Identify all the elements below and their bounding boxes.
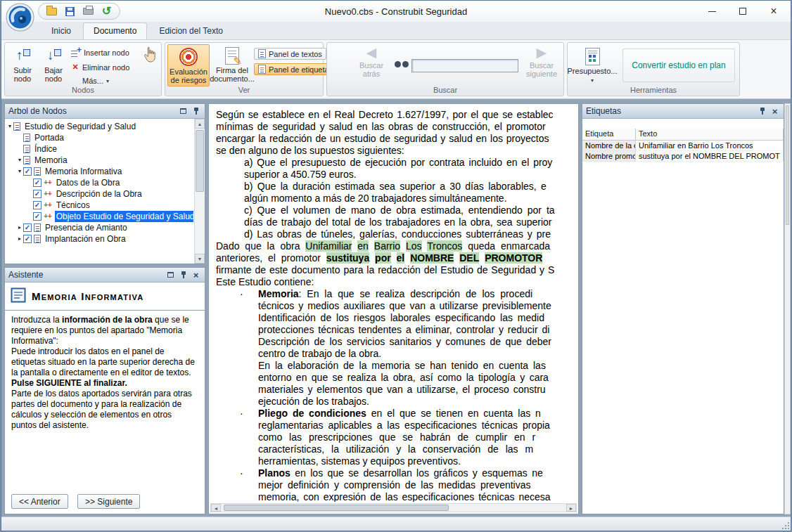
highlighted-field[interactable]: Troncos — [427, 240, 462, 252]
tree-node[interactable]: ▸✓Implantación en Obra — [5, 233, 193, 245]
binoculars-icon — [395, 60, 409, 70]
document-line: Dado que la obra Unifamiliar en Barrio L… — [216, 240, 577, 252]
tree-node[interactable]: ✓++Descripción de la Obra — [5, 188, 193, 200]
insertar-nodo-button[interactable]: Insertar nodo — [71, 48, 129, 57]
subnode-icon: ++ — [44, 212, 52, 221]
siguiente-button[interactable]: >> Siguiente — [77, 494, 140, 509]
bajar-nodo-button[interactable]: Bajar nodo — [39, 45, 68, 86]
app-logo-icon[interactable] — [6, 3, 34, 32]
collapse-icon[interactable] — [178, 106, 189, 117]
pin-icon[interactable] — [178, 270, 189, 280]
column-header-etiqueta[interactable]: Etiqueta — [582, 129, 636, 140]
tree-node[interactable]: ▾✓Memoria Informativa — [5, 166, 193, 177]
evaluacion-de-riesgos-button[interactable]: Evaluación de riesgos — [167, 44, 210, 86]
panel-textos-label: Panel de textos — [269, 50, 322, 58]
tree-node[interactable]: ▾Estudio de Seguridad y Salud — [5, 121, 193, 132]
highlighted-field[interactable]: Barrio — [374, 240, 400, 252]
buscar-atras-button[interactable]: Buscar atrás — [354, 46, 389, 88]
tree-node[interactable]: ✓++Datos de la Obra — [5, 177, 193, 188]
tree-node-label: Índice — [33, 143, 58, 155]
tree-node[interactable]: Portada — [5, 132, 193, 143]
tree-node[interactable]: ✓++Objeto Estudio de Seguridad y Salud — [5, 211, 193, 222]
firma-del-documento-button[interactable]: Firma del documento... — [212, 44, 253, 86]
etiqueta-row[interactable]: Nombre de la obraUnifamiliar en Barrio L… — [582, 141, 784, 151]
node-checkbox[interactable]: ✓ — [33, 179, 41, 187]
etiqueta-name-cell[interactable]: Nombre promotor — [582, 151, 636, 162]
more-tools-hand-icon[interactable] — [143, 46, 158, 67]
subir-nodo-button[interactable]: Subir nodo — [8, 45, 37, 86]
document-line: centro de trabajo de la obra. — [216, 348, 577, 360]
panel-de-textos-button[interactable]: Panel de textos — [254, 48, 326, 60]
tree-node[interactable]: Índice — [5, 143, 193, 155]
editor-horizontal-scrollbar[interactable]: ◄ ► — [210, 503, 577, 512]
etiqueta-name-cell[interactable]: Nombre de la obra — [582, 141, 636, 151]
etiquetas-table-header: Etiqueta Texto — [582, 129, 784, 141]
buscar-siguiente-button[interactable]: Buscar siguiente — [523, 46, 561, 88]
eliminar-nodo-button[interactable]: Eliminar nodo — [71, 63, 129, 72]
tree-node[interactable]: ▾Memoria — [5, 155, 193, 166]
pin-icon[interactable] — [757, 106, 767, 117]
expander-icon[interactable]: ▾ — [6, 121, 13, 132]
node-checkbox[interactable]: ✓ — [33, 201, 41, 209]
convertir-estudio-en-plan-button[interactable]: Convertir estudio en plan — [622, 48, 735, 82]
node-checkbox[interactable]: ✓ — [23, 223, 32, 232]
tab-documento[interactable]: Documento — [83, 22, 147, 39]
scroll-thumb[interactable] — [196, 130, 204, 192]
close-icon[interactable]: × — [191, 270, 201, 280]
highlighted-field[interactable]: por — [375, 252, 391, 264]
tree-scrollbar[interactable]: ▲ ▼ — [194, 119, 205, 264]
etiqueta-text-cell[interactable]: Unifamiliar en Barrio Los Troncos — [636, 141, 784, 151]
highlighted-field[interactable]: DEL — [459, 252, 479, 264]
document-line: mejor definición y comprensión de las me… — [216, 479, 577, 491]
highlighted-field[interactable]: Unifamiliar — [305, 240, 352, 252]
anterior-button[interactable]: << Anterior — [11, 494, 68, 509]
evaluacion-icon — [179, 48, 198, 66]
window-vertical-scrollbar[interactable] — [784, 103, 791, 514]
scroll-right-icon[interactable]: ► — [566, 504, 576, 512]
highlighted-field[interactable]: NOMBRE — [410, 252, 454, 264]
mas-button[interactable]: Más... ▾ — [71, 77, 109, 85]
scroll-left-icon[interactable]: ◄ — [211, 504, 221, 512]
maximize-button[interactable] — [727, 1, 758, 22]
scroll-thumb[interactable] — [224, 505, 449, 511]
minimize-button[interactable] — [696, 1, 727, 22]
tree-node[interactable]: ✓++Técnicos — [5, 200, 193, 211]
expander-icon[interactable]: ▸ — [16, 233, 23, 245]
tree-node-label: Memoria Informativa — [44, 166, 123, 177]
panel-etiquetas-icon — [258, 65, 266, 74]
collapse-icon[interactable] — [165, 270, 176, 280]
pin-icon[interactable] — [191, 106, 201, 117]
highlighted-field[interactable]: sustituya — [326, 252, 369, 264]
close-icon[interactable]: × — [769, 106, 780, 117]
mas-label: Más... — [82, 77, 103, 85]
expander-icon[interactable]: ▾ — [16, 166, 23, 177]
highlighted-field[interactable]: PROMOTOR — [485, 252, 542, 264]
etiqueta-text-cell[interactable]: sustituya por el NOMBRE DEL PROMOT — [636, 151, 784, 162]
column-header-texto[interactable]: Texto — [636, 129, 784, 140]
node-checkbox[interactable]: ✓ — [23, 235, 32, 243]
highlighted-field[interactable]: en — [357, 240, 369, 252]
close-button[interactable]: × — [758, 1, 789, 22]
chevron-down-icon: ▾ — [591, 77, 594, 85]
presupuesto-button[interactable]: Presupuesto... ▾ — [572, 45, 613, 86]
expander-icon[interactable]: ▸ — [16, 222, 23, 233]
node-checkbox[interactable]: ✓ — [33, 190, 41, 198]
highlighted-field[interactable]: el — [397, 252, 405, 264]
node-checkbox[interactable]: ✓ — [33, 212, 41, 221]
scroll-down-icon[interactable]: ▼ — [195, 254, 205, 264]
highlighted-field[interactable]: Los — [406, 240, 422, 252]
search-input[interactable] — [411, 59, 518, 72]
expander-icon[interactable]: ▾ — [16, 155, 23, 166]
tab-inicio[interactable]: Inicio — [41, 22, 82, 39]
bajar-nodo-label: Bajar nodo — [39, 66, 68, 83]
scroll-thumb[interactable] — [786, 105, 789, 225]
titlebar: Nuevo0.cbs - Construbit Seguridad × — [1, 1, 791, 22]
resize-grip[interactable] — [781, 521, 789, 529]
document-editor[interactable]: Según se establece en el Real Decreto 1.… — [208, 103, 579, 514]
tab-edicion-del-texto[interactable]: Edicion del Texto — [148, 22, 234, 39]
tree-node[interactable]: ▸✓Presencia de Amianto — [5, 222, 193, 233]
scroll-up-icon[interactable]: ▲ — [195, 119, 205, 129]
node-checkbox[interactable]: ✓ — [23, 167, 32, 176]
etiqueta-row[interactable]: Nombre promotorsustituya por el NOMBRE D… — [582, 151, 784, 162]
panel-de-etiquetas-button[interactable]: Panel de etiquetas — [254, 63, 337, 75]
